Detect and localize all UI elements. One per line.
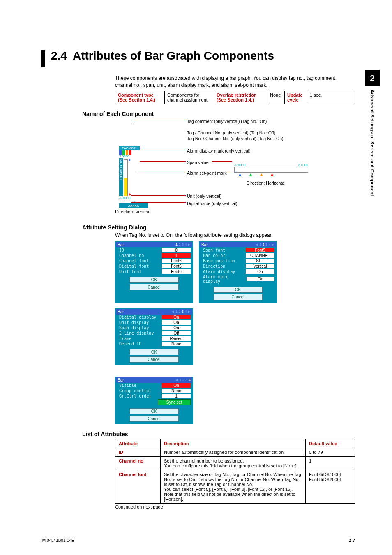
cancel-button[interactable]: Cancel	[129, 284, 179, 290]
dialog-row: DirectionVertical	[200, 264, 276, 269]
attr-name: Channel font	[115, 470, 161, 503]
ok-button[interactable]: OK	[213, 287, 263, 293]
ok-button[interactable]: OK	[129, 349, 179, 355]
dialog-row-label: Digital display	[119, 315, 156, 319]
sync-set-button[interactable]: Sync set	[158, 399, 191, 405]
vertical-bar-mock: TAG-0001 2.0000 TAG COMMENT -2.0000	[119, 146, 148, 208]
dialog-row: ID0	[116, 247, 192, 253]
meta-v3: 1 sec.	[307, 91, 355, 104]
attr-desc: Set the character size of Tag No., Tag, …	[161, 470, 306, 503]
dialogs-container: Bar1 2 3 4 ▶ID0Channel no1Channel fontFo…	[115, 241, 355, 424]
dialog-row-value[interactable]: None	[162, 342, 191, 346]
dialog-row-label: Span font	[203, 248, 225, 252]
dialog-row-value[interactable]: Raised	[162, 336, 191, 341]
attr-note: When Tag No. is set to On, the following…	[115, 232, 355, 238]
table-row: Channel fontSet the character size of Ta…	[115, 470, 355, 503]
meta-h3: Update	[287, 92, 302, 97]
dialog-row-value[interactable]: None	[162, 388, 191, 393]
setting-dialog: Bar1 2 3 4 ▶ID0Channel no1Channel fontFo…	[115, 241, 193, 303]
dialog-row-label: Base position	[203, 259, 235, 263]
dialog-row: Bar colorCHANNEL	[200, 253, 276, 258]
dialog-row-label: Alarm mark display	[203, 275, 247, 284]
dialog-row-label: Unit display	[119, 320, 149, 325]
dialog-row-value[interactable]: On	[247, 277, 274, 281]
dialog-row: Unit displayOn	[116, 320, 192, 325]
meta-v1a: Components for	[167, 92, 199, 97]
dialog-row-value[interactable]: SET	[246, 259, 274, 263]
lbl-tag-ch-b: Tag No. / Channel No. (only vertical) (T…	[187, 136, 284, 141]
dialog-row-value[interactable]: Font5	[246, 248, 274, 252]
lbl-alarm-mark: Alarm display mark (only vertical)	[187, 148, 251, 153]
heading-title: Attributes of Bar Graph Components	[73, 49, 274, 62]
dialog-row-value[interactable]: Font6	[162, 264, 191, 268]
footer-doc-id: IM 04L41B01-04E	[41, 538, 74, 543]
dialog-row-value[interactable]: 1	[162, 394, 191, 398]
dialog-row-label: Gr.Ctrl order	[119, 394, 151, 398]
dialog-row: Alarm mark displayOn	[200, 274, 276, 284]
attr-th-0: Attribute	[115, 439, 161, 448]
heading-number: 2.4	[51, 49, 67, 62]
dialog-row-value[interactable]: Vertical	[246, 264, 274, 268]
dialog-row-value[interactable]: 1	[162, 253, 191, 258]
lbl-span: Span value	[187, 160, 209, 165]
dialog-row-value[interactable]: On	[162, 320, 191, 325]
cancel-button[interactable]: Cancel	[129, 416, 179, 422]
dialog-row: Channel fontFont6	[116, 258, 192, 264]
bar-scale-icon	[124, 159, 128, 196]
dialog-row: Alarm displayOn	[200, 269, 276, 274]
dialog-row: FrameRaised	[116, 336, 192, 341]
dialog-row: Depend IDNone	[116, 341, 192, 347]
dialog-row-value[interactable]: On	[162, 326, 191, 330]
dialog-row-label: 2 Line display	[119, 331, 154, 335]
dialog-row-label: Alarm display	[203, 269, 235, 274]
span-lo: -2.0000	[234, 163, 245, 167]
lbl-alarm-set: Alarm set-point mark	[187, 171, 227, 176]
digital-label: XXXXX	[119, 204, 148, 208]
dialog-row-value[interactable]: On	[246, 269, 274, 274]
dialog-row-value[interactable]: On	[162, 315, 191, 319]
meta-h2b: (See Section 1.4.)	[217, 97, 254, 102]
dialog-row: Digital displayOn	[116, 314, 192, 320]
dialog-row: Span displayOn	[116, 325, 192, 331]
attr-default: 1	[306, 456, 355, 470]
component-diagram: TAG-0001 2.0000 TAG COMMENT -2.0000	[115, 119, 355, 217]
intro-text: These components are associated with dis…	[115, 75, 355, 89]
dialog-row: Channel no1	[116, 253, 192, 258]
meta-h3b: cycle	[287, 97, 299, 102]
attr-th-1: Description	[161, 439, 306, 448]
meta-v2: None	[267, 91, 285, 104]
dialog-row-label: Bar color	[203, 253, 225, 258]
dialog-row-label: Visible	[119, 383, 136, 388]
dialog-title: Bar◀ 1 2 3 4 ▶	[200, 242, 276, 247]
table-row: IDNumber automatically assigned for comp…	[115, 448, 355, 456]
setting-dialog: Bar◀ 1 2 3 4VisibleOnGroup controlNoneGr…	[115, 377, 193, 424]
tag-label: TAG-0001	[119, 146, 140, 150]
ok-button[interactable]: OK	[129, 277, 179, 283]
dialog-row-value[interactable]: Font6	[162, 269, 191, 274]
attr-desc: Set the channel number to be assigned.Yo…	[161, 456, 306, 470]
dialog-row: 2 Line displayOff	[116, 331, 192, 336]
cancel-button[interactable]: Cancel	[129, 356, 179, 363]
dialog-row-value[interactable]: Font6	[162, 259, 191, 263]
dialog-row-label: Direction	[203, 264, 225, 268]
dialog-row-value[interactable]: CHANNEL	[246, 253, 274, 258]
dialog-row-value[interactable]: On	[162, 383, 191, 388]
cancel-button[interactable]: Cancel	[213, 294, 263, 300]
dialog-row-label: Digital font	[119, 264, 149, 268]
meta-v1b: channel assignment	[167, 97, 208, 102]
lbl-tag-comment: Tag comment (only vertical) (Tag No.: On…	[187, 119, 267, 124]
setting-dialog: Bar◀ 1 2 3 4 ▶Span fontFont5Bar colorCHA…	[199, 241, 277, 303]
attr-desc: Number automatically assigned for compon…	[161, 448, 306, 456]
ok-button[interactable]: OK	[129, 408, 179, 414]
attr-name: ID	[115, 448, 161, 456]
span-hi: 2.0000	[298, 163, 308, 167]
dialog-row-label: Group control	[119, 388, 151, 393]
lbl-digital: Digital value (only vertical)	[187, 201, 238, 206]
dialog-row-label: Depend ID	[119, 342, 141, 346]
attr-default: Font 6(DX1000)Font 8(DX2000)	[306, 470, 355, 503]
dialog-row-value[interactable]: 0	[162, 248, 191, 252]
section-name-heading: Name of Each Component	[82, 111, 355, 117]
meta-h1: Component type	[118, 92, 154, 97]
dialog-row-value[interactable]: Off	[162, 331, 191, 335]
dialog-row-label: Frame	[119, 336, 131, 341]
